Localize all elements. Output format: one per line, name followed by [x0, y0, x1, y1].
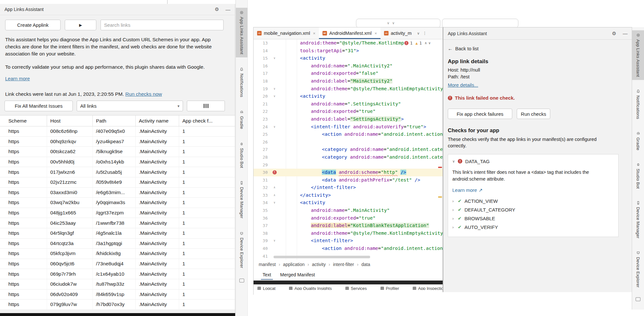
tool-tab-studio-bot[interactable]: Studio Bot: [632, 160, 644, 192]
code-line[interactable]: 39∨<intent-filter>: [254, 237, 443, 245]
code-line[interactable]: 20∨<activity: [254, 93, 443, 100]
tool-window-button-app-quality-insights[interactable]: App Quality Insights: [289, 284, 332, 290]
code-line[interactable]: 35android:name=".MainActivity": [254, 207, 443, 214]
breadcrumb-item[interactable]: manifest: [259, 262, 276, 267]
more-details-link[interactable]: More details...: [448, 82, 478, 88]
code-line[interactable]: 15∨<activity: [254, 54, 443, 62]
code-line[interactable]: 28<category android:name="android.intent…: [254, 153, 443, 161]
minimize-icon[interactable]: —: [623, 31, 628, 36]
passed-check-default_category[interactable]: ›✔DEFAULT_CATEGORY: [452, 205, 613, 214]
tool-tab-device-explorer[interactable]: Device Explorer: [632, 248, 644, 291]
code-line[interactable]: 17android:exported="false": [254, 70, 443, 77]
tool-window-button-profiler[interactable]: Profiler: [380, 284, 399, 290]
table-row[interactable]: https048jg1x665/qgrt37ezpm.MainActivity1: [0, 208, 235, 218]
passed-check-auto_verify[interactable]: ›✔AUTO_VERIFY: [452, 223, 613, 232]
breadcrumb-item[interactable]: intent-filter: [333, 262, 354, 267]
links-filter-dropdown[interactable]: All links ▾: [77, 101, 183, 111]
code-line[interactable]: 38android:theme="@style/Theme.KotlinEmpt…: [254, 230, 443, 237]
error-gutter-icon[interactable]: !: [271, 169, 278, 176]
column-header[interactable]: Path: [93, 115, 136, 126]
table-row[interactable]: https00v5hhld0j/o0xhs14ykb.MainActivity1: [0, 157, 235, 167]
fold-marker[interactable]: ∨: [271, 85, 278, 93]
editor-tab-AndroidManifest-xml[interactable]: MFAndroidManifest.xml×: [319, 27, 380, 39]
table-row[interactable]: https04rtcqtz3a/3a1hgptqgi.MainActivity1: [0, 239, 235, 249]
code-line[interactable]: 30!<data android:scheme="http" />: [254, 169, 443, 176]
tool-window-button-services[interactable]: Services: [345, 284, 367, 290]
gear-icon[interactable]: ⚙: [612, 31, 616, 36]
chevron-down-icon[interactable]: ∨: [428, 41, 431, 45]
code-line[interactable]: 14tools:targetApi="31">: [254, 47, 443, 55]
fold-marker[interactable]: ∧: [271, 184, 278, 192]
bottom-tab-merged-manifest[interactable]: Merged Manifest: [280, 272, 315, 277]
table-row[interactable]: https017jwlxzn6/u5t2usab5j.MainActivity1: [0, 167, 235, 177]
tool-tab-device-explorer[interactable]: Device Explorer: [236, 229, 247, 271]
code-line[interactable]: 24∨<intent-filter android:autoVerify="tr…: [254, 123, 443, 131]
fix-all-manifest-issues-button[interactable]: Fix All Manifest Issues: [5, 101, 73, 111]
table-row[interactable]: https05kfcp3jvm/khidckix8g.MainActivity1: [0, 249, 235, 259]
code-line[interactable]: 29: [254, 161, 443, 169]
table-row[interactable]: https06dv02o409/84k659v1sp.MainActivity1: [0, 290, 235, 300]
column-header[interactable]: Host: [47, 115, 93, 126]
minimize-icon[interactable]: —: [226, 7, 230, 12]
table-row[interactable]: https008c6z68np/407e09q5x0.MainActivity1: [0, 126, 235, 137]
breadcrumb-item[interactable]: activity: [312, 262, 326, 267]
more-options-icon[interactable]: ⋮: [423, 31, 427, 35]
table-row[interactable]: https04r5lqn3gf/4g5nalc1la.MainActivity1: [0, 228, 235, 239]
code-line[interactable]: 36android:exported="true": [254, 214, 443, 222]
table-row[interactable]: https060qv5jct6/73ne8udqj4.MainActivity1: [0, 259, 235, 269]
close-icon[interactable]: ×: [313, 31, 315, 36]
tool-tab-gradle[interactable]: Gradle: [632, 128, 644, 153]
inspections-widget[interactable]: ! 1 ▲ 1 ∧ ∨: [404, 41, 431, 45]
code-line[interactable]: 16android:name=".MainActivity2": [254, 62, 443, 70]
fold-marker[interactable]: ∨: [271, 93, 278, 100]
search-links-input[interactable]: [101, 20, 224, 30]
code-line[interactable]: 33∧</activity>: [254, 192, 443, 199]
code-editor[interactable]: 13android:theme="@style/Theme.KotlinEmp1…: [254, 39, 443, 260]
code-line[interactable]: 37android:label="KotlinBlankTestApplicat…: [254, 222, 443, 230]
column-settings-button[interactable]: [187, 101, 225, 111]
fold-marker[interactable]: ∨: [271, 54, 278, 62]
data-tag-check-row[interactable]: ∨ ! DATA_TAG: [452, 159, 613, 164]
table-row[interactable]: https02jv21zzmc/l059v8t4e9.MainActivity1: [0, 177, 235, 188]
table-row[interactable]: https03axxd3mi0/e6g63mim....MainActivity…: [0, 188, 235, 198]
fix-app-check-failures-button[interactable]: Fix app check failures: [448, 109, 512, 119]
code-line[interactable]: 27<category android:name="android.intent…: [254, 146, 443, 153]
code-line[interactable]: 25<action android:name="android.intent.a…: [254, 131, 443, 138]
table-row[interactable]: https069p7r79rh/c1x64yab10.MainActivity1: [0, 269, 235, 279]
column-header[interactable]: App check f...: [179, 115, 235, 126]
editor-tab-mobile_navigation-xml[interactable]: </>mobile_navigation.xml×: [254, 27, 319, 39]
chevron-down-icon[interactable]: ∨: [417, 31, 419, 35]
close-icon[interactable]: ×: [374, 31, 377, 36]
code-line[interactable]: 21android:name=".SettingsActivity": [254, 100, 443, 108]
learn-more-link[interactable]: Learn more: [5, 76, 30, 81]
code-line[interactable]: 40<action android:name="android.intent.a…: [254, 245, 443, 252]
table-row[interactable]: https03wq7w2kbu/y0qqimaw3s.MainActivity1: [0, 198, 235, 208]
fold-marker[interactable]: ∧: [271, 192, 278, 199]
tool-tab-device-manager[interactable]: Device Manager: [236, 178, 247, 221]
code-line[interactable]: 32∧</intent-filter>: [254, 184, 443, 192]
back-to-list-link[interactable]: ← Back to list: [448, 46, 628, 51]
fold-marker[interactable]: ∨: [271, 237, 278, 245]
run-checks-now-link[interactable]: Run checks now: [125, 91, 162, 97]
create-applink-button[interactable]: Create Applink: [5, 20, 61, 30]
fold-marker[interactable]: ∨: [271, 123, 278, 131]
code-line[interactable]: 34∨<activity: [254, 199, 443, 207]
breadcrumb-item[interactable]: application: [283, 262, 305, 267]
tool-tab-notifications[interactable]: Notifications: [632, 86, 644, 122]
editor-tab-activity_m[interactable]: </>activity_m: [380, 27, 415, 39]
tool-tab-app-links-assistant[interactable]: App Links Assistant: [236, 8, 247, 57]
bottom-tab-text[interactable]: Text: [263, 272, 271, 277]
column-header[interactable]: Activity name: [136, 115, 179, 126]
code-line[interactable]: 22android:exported="true": [254, 108, 443, 115]
tool-tab-notifications[interactable]: Notifications: [236, 64, 247, 100]
code-line[interactable]: 18android:label="MainActivity2": [254, 77, 443, 85]
learn-more-link[interactable]: Learn more ↗: [452, 187, 483, 193]
chevron-up-icon[interactable]: ∧: [425, 41, 427, 45]
tool-tab-device-manager[interactable]: Device Manager: [632, 198, 644, 241]
tool-tab-app-links-assistant[interactable]: App Links Assistant: [632, 30, 644, 80]
run-icon-button[interactable]: ▶: [65, 20, 96, 30]
tool-tab-gradle[interactable]: Gradle: [236, 107, 247, 132]
column-header[interactable]: Scheme: [0, 115, 47, 126]
horizontal-scrollbar[interactable]: [274, 256, 370, 258]
gear-icon[interactable]: ⚙: [215, 6, 219, 12]
